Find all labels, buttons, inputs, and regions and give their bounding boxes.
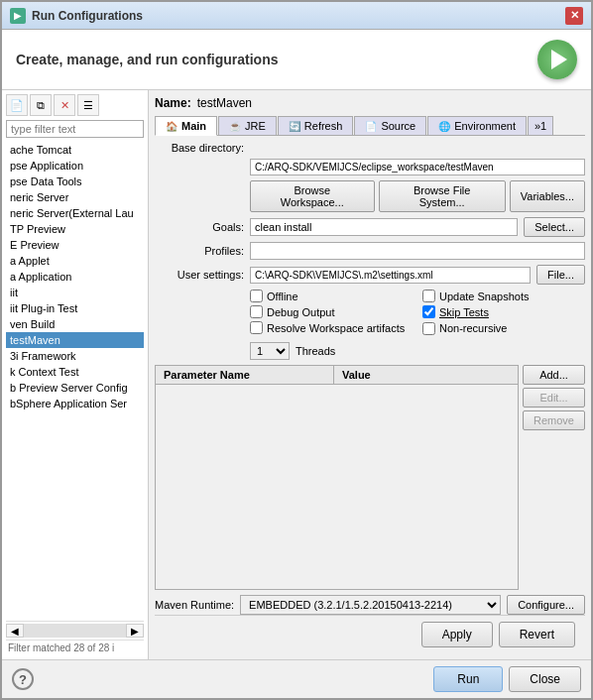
tab-source[interactable]: 📄 Source bbox=[354, 116, 426, 135]
resolve-workspace-label: Resolve Workspace artifacts bbox=[267, 322, 405, 334]
sidebar-item[interactable]: pse Data Tools bbox=[6, 174, 144, 189]
sidebar-item[interactable]: ache Tomcat bbox=[6, 142, 144, 158]
browse-filesystem-button[interactable]: Browse File System... bbox=[379, 180, 506, 212]
sidebar-item[interactable]: k Context Test bbox=[6, 364, 144, 380]
content-area: 📄 ⧉ ✕ ☰ ache Tomcatpse Applicationpse Da… bbox=[2, 90, 591, 659]
goals-row: Goals: Select... bbox=[155, 217, 585, 237]
sidebar-item[interactable]: iit Plug-in Test bbox=[6, 300, 144, 316]
window-title: Run Configurations bbox=[32, 9, 559, 23]
checkboxes-section: Offline Update Snapshots Debug Output Sk… bbox=[250, 290, 585, 337]
browse-buttons: Browse Workspace... Browse File System..… bbox=[250, 180, 585, 212]
sidebar-item[interactable]: b Preview Server Config bbox=[6, 380, 144, 396]
sidebar-toolbar: 📄 ⧉ ✕ ☰ bbox=[6, 94, 144, 116]
env-tab-label: Environment bbox=[454, 120, 516, 132]
threads-row: 1 2 4 8 Threads bbox=[250, 342, 585, 360]
update-snapshots-checkbox[interactable] bbox=[422, 290, 435, 302]
non-recursive-label: Non-recursive bbox=[439, 322, 507, 334]
select-button[interactable]: Select... bbox=[524, 217, 585, 237]
name-row: Name: testMaven bbox=[155, 96, 585, 110]
play-triangle-icon bbox=[551, 50, 567, 69]
refresh-tab-icon: 🔄 bbox=[289, 121, 300, 132]
sidebar-item[interactable]: neric Server bbox=[6, 189, 144, 205]
tab-refresh[interactable]: 🔄 Refresh bbox=[278, 116, 354, 135]
user-settings-input[interactable] bbox=[250, 267, 531, 284]
apply-button[interactable]: Apply bbox=[421, 622, 493, 647]
base-directory-input-row bbox=[155, 159, 585, 175]
new-config-button[interactable]: 📄 bbox=[6, 94, 28, 116]
filter-config-button[interactable]: ☰ bbox=[77, 94, 99, 116]
sidebar-item[interactable]: a Application bbox=[6, 269, 144, 285]
more-tabs-button[interactable]: »1 bbox=[528, 116, 553, 135]
jre-tab-label: JRE bbox=[245, 120, 266, 132]
sidebar-item[interactable]: pse Application bbox=[6, 158, 144, 174]
offline-checkbox[interactable] bbox=[250, 290, 263, 302]
tab-main[interactable]: 🏠 Main bbox=[155, 116, 217, 136]
base-directory-input[interactable] bbox=[250, 159, 585, 175]
delete-config-button[interactable]: ✕ bbox=[54, 94, 75, 116]
checkbox-offline: Offline bbox=[250, 290, 413, 302]
help-button[interactable]: ? bbox=[12, 668, 34, 690]
params-header: Parameter Name Value bbox=[156, 366, 518, 385]
threads-select[interactable]: 1 2 4 8 bbox=[250, 342, 290, 360]
goals-label: Goals: bbox=[155, 221, 244, 233]
name-label: Name: bbox=[155, 96, 191, 110]
browse-workspace-button[interactable]: Browse Workspace... bbox=[250, 180, 375, 212]
close-window-button[interactable]: ✕ bbox=[565, 7, 583, 25]
scroll-right-button[interactable]: ▶ bbox=[126, 624, 144, 638]
revert-button[interactable]: Revert bbox=[499, 622, 575, 647]
source-tab-icon: 📄 bbox=[365, 121, 377, 132]
sidebar-item[interactable]: E Preview bbox=[6, 237, 144, 253]
variables-button[interactable]: Variables... bbox=[510, 180, 585, 212]
user-settings-row: User settings: File... bbox=[155, 265, 585, 285]
sidebar-item[interactable]: a Applet bbox=[6, 253, 144, 269]
filter-input[interactable] bbox=[6, 120, 144, 138]
run-button[interactable]: Run bbox=[433, 666, 503, 692]
run-close-buttons: Run Close bbox=[433, 666, 581, 692]
tabs: 🏠 Main ☕ JRE 🔄 Refresh 📄 Source 🌐 bbox=[155, 116, 585, 136]
table-buttons: Add... Edit... Remove bbox=[523, 365, 585, 590]
tab-jre[interactable]: ☕ JRE bbox=[218, 116, 277, 135]
file-button[interactable]: File... bbox=[536, 265, 585, 285]
goals-input[interactable] bbox=[250, 218, 518, 236]
close-button[interactable]: Close bbox=[509, 666, 581, 692]
profiles-label: Profiles: bbox=[155, 245, 244, 257]
scroll-left-button[interactable]: ◀ bbox=[6, 624, 24, 638]
source-tab-label: Source bbox=[381, 120, 415, 132]
sidebar-item[interactable]: ven Build bbox=[6, 316, 144, 332]
update-snapshots-label: Update Snapshots bbox=[439, 291, 530, 302]
sidebar-item[interactable]: 3i Framework bbox=[6, 348, 144, 364]
debug-output-label: Debug Output bbox=[267, 306, 335, 318]
copy-config-button[interactable]: ⧉ bbox=[30, 94, 52, 116]
sidebar-item[interactable]: testMaven bbox=[6, 332, 144, 348]
tab-environment[interactable]: 🌐 Environment bbox=[427, 116, 527, 135]
checkbox-update-snapshots: Update Snapshots bbox=[422, 290, 585, 302]
skip-tests-checkbox[interactable] bbox=[422, 305, 435, 318]
edit-param-button[interactable]: Edit... bbox=[523, 388, 585, 408]
profiles-row: Profiles: bbox=[155, 242, 585, 260]
non-recursive-checkbox[interactable] bbox=[422, 322, 435, 335]
scroll-track bbox=[24, 624, 126, 638]
run-icon-button[interactable] bbox=[537, 40, 577, 79]
sidebar-item[interactable]: TP Preview bbox=[6, 221, 144, 237]
configure-button[interactable]: Configure... bbox=[507, 595, 585, 615]
config-area: Base directory: Browse Workspace... Brow… bbox=[155, 142, 585, 615]
remove-param-button[interactable]: Remove bbox=[523, 410, 585, 430]
name-value: testMaven bbox=[197, 96, 252, 110]
profiles-input[interactable] bbox=[250, 242, 585, 260]
sidebar: 📄 ⧉ ✕ ☰ ache Tomcatpse Applicationpse Da… bbox=[2, 90, 149, 659]
add-param-button[interactable]: Add... bbox=[523, 365, 585, 385]
skip-tests-label: Skip Tests bbox=[439, 306, 489, 318]
threads-label: Threads bbox=[296, 345, 335, 357]
sidebar-scroll: ◀ ▶ bbox=[6, 621, 144, 640]
sidebar-item[interactable]: bSphere Application Ser bbox=[6, 396, 144, 411]
params-body bbox=[156, 385, 518, 589]
sidebar-item[interactable]: iit bbox=[6, 285, 144, 300]
run-configurations-window: ▶ Run Configurations ✕ Create, manage, a… bbox=[0, 0, 593, 700]
debug-output-checkbox[interactable] bbox=[250, 305, 263, 318]
sidebar-item[interactable]: neric Server(External Lau bbox=[6, 205, 144, 221]
title-bar: ▶ Run Configurations ✕ bbox=[2, 2, 591, 30]
resolve-workspace-checkbox[interactable] bbox=[250, 321, 263, 334]
user-settings-label: User settings: bbox=[155, 269, 244, 281]
main-panel: Name: testMaven 🏠 Main ☕ JRE 🔄 Refresh bbox=[149, 90, 591, 659]
maven-runtime-select[interactable]: EMBEDDED (3.2.1/1.5.2.20150413-2214) bbox=[240, 595, 501, 615]
